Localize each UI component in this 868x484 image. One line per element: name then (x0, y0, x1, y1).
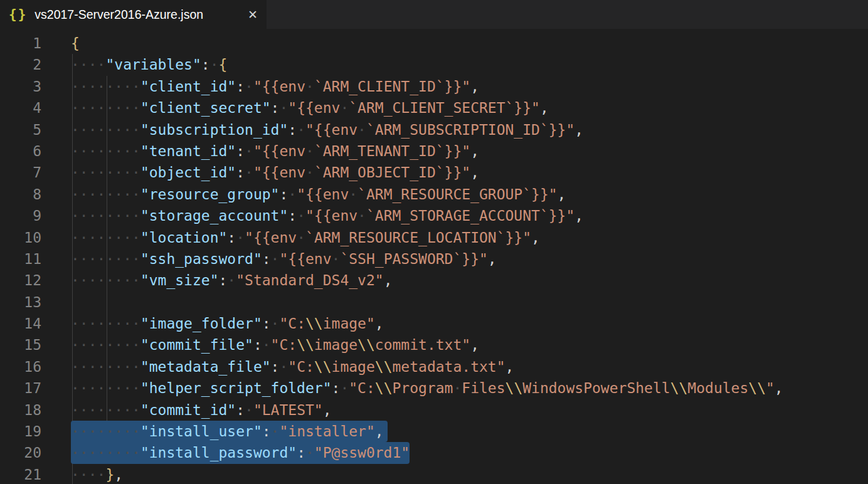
code-line-7[interactable]: ········"object_id":·"{{env·`ARM_OBJECT_… (71, 162, 868, 183)
code-line-16[interactable]: ········"metadata_file":·"C:\\image\\met… (71, 356, 868, 377)
line-number[interactable]: 16 (0, 356, 41, 377)
json-string-value: Program (392, 380, 453, 396)
whitespace-dot: · (123, 445, 132, 461)
code-line-17[interactable]: ········"helper_script_folder":·"C:\\Pro… (71, 377, 868, 399)
whitespace-dot: · (97, 186, 106, 203)
line-number[interactable]: 8 (0, 184, 41, 205)
line-number[interactable]: 12 (0, 270, 41, 291)
code-line-2[interactable]: ····"variables":·{ (71, 54, 868, 75)
whitespace-dot: · (80, 402, 88, 418)
line-number[interactable]: 10 (0, 227, 41, 248)
code-line-15[interactable]: ········"commit_file":·"C:\\image\\commi… (71, 334, 868, 355)
whitespace-dot: · (105, 229, 114, 246)
line-number[interactable]: 13 (0, 292, 41, 313)
code-line-1[interactable]: { (71, 33, 868, 54)
code-line-8[interactable]: ········"resource_group":·"{{env·`ARM_RE… (71, 184, 868, 205)
whitespace-dot: · (132, 100, 140, 116)
tab-close-icon[interactable]: ✕ (248, 8, 258, 21)
whitespace-dot: · (114, 100, 123, 116)
json-punctuation: , (775, 380, 783, 396)
whitespace-dot: · (279, 359, 288, 375)
whitespace-dot: · (80, 208, 88, 224)
whitespace-dot: · (123, 143, 132, 159)
whitespace-dot: · (105, 423, 114, 439)
json-key: "install_user" (140, 423, 262, 439)
line-number[interactable]: 14 (0, 313, 41, 334)
line-number-gutter[interactable]: 123456789101112131415161718192021 (0, 33, 41, 484)
json-punctuation: , (558, 186, 566, 203)
json-punctuation: , (375, 315, 384, 332)
line-number[interactable]: 5 (0, 119, 41, 140)
code-line-14[interactable]: ········"image_folder":·"C:\\image", (71, 313, 868, 334)
whitespace-dot: · (105, 100, 114, 116)
code-line-21[interactable]: ····}, (71, 464, 868, 484)
whitespace-dot: · (132, 143, 140, 159)
line-number[interactable]: 20 (0, 442, 41, 463)
code-editor[interactable]: 123456789101112131415161718192021 {····"… (0, 29, 868, 33)
json-punctuation: : (219, 272, 228, 288)
code-line-12[interactable]: ········"vm_size":·"Standard_DS4_v2", (71, 270, 868, 291)
line-number[interactable]: 3 (0, 76, 41, 97)
whitespace-dot: · (71, 143, 80, 159)
code-line-3[interactable]: ········"client_id":·"{{env·`ARM_CLIENT_… (71, 76, 868, 97)
whitespace-dot: · (88, 423, 97, 439)
code-line-20[interactable]: ········"install_password":·"P@ssw0rd1" (71, 442, 868, 463)
whitespace-dot: · (123, 423, 132, 439)
line-number[interactable]: 18 (0, 399, 41, 421)
whitespace-dot: · (88, 100, 97, 116)
json-punctuation: , (574, 208, 583, 224)
json-punctuation: : (262, 315, 271, 332)
line-number[interactable]: 6 (0, 140, 41, 162)
whitespace-dot: · (97, 466, 106, 483)
json-punctuation: : (279, 186, 288, 203)
tab-vs2017-server2016-azure[interactable]: {} vs2017-Server2016-Azure.json ✕ (0, 0, 267, 29)
json-string-value: metadata.txt" (393, 359, 505, 375)
line-number[interactable]: 15 (0, 334, 41, 355)
code-line-9[interactable]: ········"storage_account":·"{{env·`ARM_S… (71, 205, 868, 226)
json-punctuation: , (384, 272, 393, 288)
line-number[interactable]: 21 (0, 464, 41, 484)
json-brace: } (105, 466, 114, 483)
line-number[interactable]: 11 (0, 248, 41, 270)
whitespace-dot: · (123, 122, 132, 138)
whitespace-dot: · (80, 56, 88, 73)
json-punctuation: , (470, 78, 479, 95)
code-line-18[interactable]: ········"commit_id":·"LATEST", (71, 399, 868, 421)
whitespace-dot: · (71, 445, 80, 461)
json-string-value: `ARM_CLIENT_ID`}}" (314, 78, 470, 95)
json-key: "commit_file" (140, 337, 253, 353)
code-line-13[interactable] (71, 292, 868, 313)
whitespace-dot: · (71, 78, 80, 95)
json-punctuation: : (236, 78, 245, 95)
whitespace-dot: · (71, 186, 80, 203)
whitespace-dot: · (80, 122, 88, 138)
code-area[interactable]: {····"variables":·{········"client_id":·… (71, 33, 868, 484)
code-line-10[interactable]: ········"location":·"{{env·`ARM_RESOURCE… (71, 227, 868, 248)
whitespace-dot: · (105, 337, 114, 353)
json-key: "vm_size" (140, 272, 219, 288)
code-line-6[interactable]: ········"tenant_id":·"{{env·`ARM_TENANT_… (71, 140, 868, 162)
whitespace-dot: · (123, 164, 132, 181)
line-number[interactable]: 9 (0, 205, 41, 226)
whitespace-dot: · (114, 315, 123, 332)
whitespace-dot: · (88, 143, 97, 159)
code-line-5[interactable]: ········"subscription_id":·"{{env·`ARM_S… (71, 119, 868, 140)
line-number[interactable]: 1 (0, 33, 41, 54)
json-string-value: "installer" (279, 423, 374, 439)
json-escape: \\ (748, 380, 766, 396)
whitespace-dot: · (105, 272, 114, 288)
line-number[interactable]: 7 (0, 162, 41, 183)
line-number[interactable]: 4 (0, 97, 41, 118)
code-line-11[interactable]: ········"ssh_password":·"{{env·`SSH_PASS… (71, 248, 868, 270)
whitespace-dot: · (97, 100, 106, 116)
whitespace-dot: · (88, 445, 97, 461)
code-line-19[interactable]: ········"install_user":·"installer", (71, 421, 868, 442)
line-number[interactable]: 17 (0, 377, 41, 399)
json-punctuation: , (488, 251, 497, 267)
json-escape: \\ (314, 359, 332, 375)
whitespace-dot: · (332, 251, 341, 267)
whitespace-dot: · (80, 423, 88, 439)
line-number[interactable]: 19 (0, 421, 41, 442)
line-number[interactable]: 2 (0, 54, 41, 75)
code-line-4[interactable]: ········"client_secret":·"{{env·`ARM_CLI… (71, 97, 868, 118)
